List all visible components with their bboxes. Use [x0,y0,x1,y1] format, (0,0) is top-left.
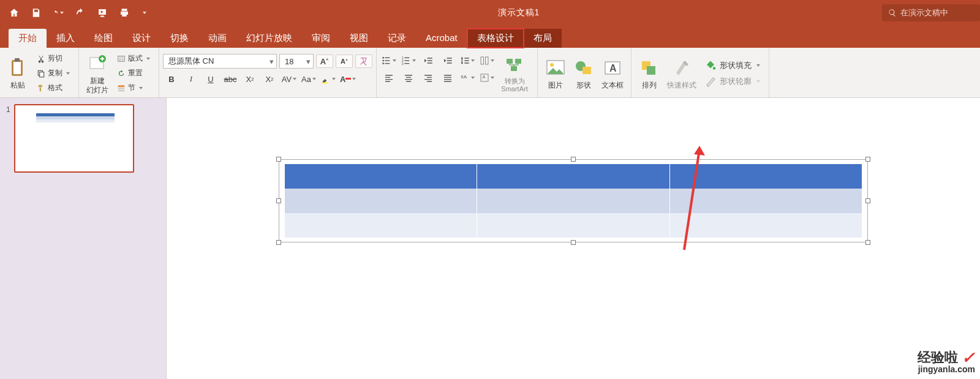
align-left-button[interactable] [380,71,398,84]
svg-text:3: 3 [402,62,404,66]
quick-access-toolbar [0,7,156,18]
redo-icon[interactable] [75,7,86,18]
text-direction-button[interactable]: IIA [459,71,476,84]
tab-layout[interactable]: 布局 [524,29,562,48]
line-spacing-button[interactable] [459,54,476,67]
convert-smartart-button[interactable]: 转换为SmartArt [496,50,533,96]
numbering-button[interactable]: 123 [400,54,417,67]
resize-handle[interactable] [865,157,870,162]
strikethrough-button[interactable]: abc [222,72,239,86]
textbox-button[interactable]: A 文本框 [598,50,627,96]
change-case-button[interactable]: Aa [300,72,317,86]
svg-rect-34 [511,66,517,71]
tab-acrobat[interactable]: Acrobat [416,29,467,48]
group-insert-objects: 图片 形状 A 文本框 [538,48,631,97]
align-right-button[interactable] [420,71,437,84]
subscript-button[interactable]: X2 [261,72,278,86]
svg-rect-9 [119,58,121,61]
tab-design[interactable]: 设计 [123,29,160,48]
svg-point-19 [382,62,384,64]
highlight-button[interactable] [320,72,337,86]
home-icon[interactable] [9,7,20,18]
slide-canvas[interactable]: 经验啦 ✓ jingyanla.com [167,98,980,379]
resize-handle[interactable] [571,240,576,245]
slide-thumbnail-1[interactable] [14,104,134,173]
qat-customize-icon[interactable] [141,7,147,18]
svg-rect-11 [118,85,125,87]
font-size-combo[interactable]: 18▾ [279,54,314,69]
layout-button[interactable]: 版式 [115,53,153,65]
superscript-button[interactable]: X2 [241,72,258,86]
tab-animations[interactable]: 动画 [198,29,236,48]
tab-transitions[interactable]: 切换 [160,29,198,48]
resize-handle[interactable] [865,240,870,245]
align-center-button[interactable] [400,71,417,84]
resize-handle[interactable] [276,157,281,162]
resize-handle[interactable] [865,198,870,203]
tab-slideshow[interactable]: 幻灯片放映 [236,29,302,48]
thumbnail-number: 1 [6,104,10,173]
table-row[interactable] [285,189,862,213]
shapes-button[interactable]: 形状 [570,50,598,96]
resize-handle[interactable] [571,157,576,162]
increase-font-button[interactable]: A˄ [316,54,333,68]
shape-fill-button[interactable]: 形状填充 [705,60,760,71]
tab-insert[interactable]: 插入 [47,29,85,48]
tab-table-design[interactable]: 表格设计 [467,29,524,48]
quick-styles-button[interactable]: 快速样式 [663,50,700,96]
bullets-button[interactable] [380,54,398,67]
slide-thumbnails-panel[interactable]: 1 [0,98,167,379]
svg-rect-13 [118,89,125,91]
increase-indent-button[interactable] [439,54,456,67]
svg-rect-10 [122,58,124,61]
svg-rect-27 [481,57,484,64]
copy-button[interactable]: 复制 [34,67,72,80]
bold-button[interactable]: B [163,72,180,86]
cut-button[interactable]: 剪切 [34,53,72,65]
reset-button[interactable]: 重置 [115,67,153,80]
undo-icon[interactable] [53,7,64,18]
ribbon-tabs: 开始 插入 绘图 设计 切换 动画 幻灯片放映 审阅 视图 记录 Acrobat… [0,26,980,48]
picture-button[interactable]: 图片 [541,50,570,96]
table-selection-frame[interactable] [279,159,868,242]
character-spacing-button[interactable]: AV [281,72,298,86]
search-field[interactable]: 在演示文稿中 [882,4,980,21]
tab-draw[interactable]: 绘图 [85,29,123,48]
inserted-table[interactable] [284,163,862,238]
document-title: 演示文稿1 [156,7,882,18]
paste-button[interactable]: 粘贴 [4,50,32,96]
svg-rect-32 [507,59,513,64]
smartart-icon [505,54,524,77]
font-color-button[interactable]: A [339,72,356,86]
font-name-combo[interactable]: 思源黑体 CN▾ [163,54,277,69]
underline-button[interactable]: U [202,72,219,86]
svg-text:A: A [609,63,617,73]
tab-view[interactable]: 视图 [340,29,378,48]
align-text-button[interactable]: A [478,71,496,84]
clear-formatting-button[interactable] [355,54,372,68]
arrange-button[interactable]: 排列 [635,50,663,96]
justify-button[interactable] [439,71,456,84]
save-icon[interactable] [31,7,42,18]
tab-review[interactable]: 审阅 [302,29,340,48]
format-painter-button[interactable]: 格式 [34,82,72,94]
resize-handle[interactable] [276,198,281,203]
svg-rect-33 [515,59,521,64]
tab-record[interactable]: 记录 [378,29,416,48]
svg-point-36 [550,63,554,67]
start-slideshow-icon[interactable] [97,7,108,18]
print-icon[interactable] [119,7,130,18]
tab-home[interactable]: 开始 [9,29,47,48]
table-row[interactable] [285,213,862,238]
shape-outline-button[interactable]: 形状轮廓 [705,76,760,87]
decrease-indent-button[interactable] [420,54,437,67]
italic-button[interactable]: I [183,72,200,86]
svg-rect-28 [485,57,488,64]
svg-text:A: A [483,75,486,79]
columns-button[interactable] [478,54,496,67]
table-row[interactable] [285,164,862,189]
decrease-font-button[interactable]: A˅ [336,54,353,68]
resize-handle[interactable] [276,240,281,245]
section-button[interactable]: 节 [115,82,153,94]
new-slide-button[interactable]: 新建 幻灯片 [83,50,112,96]
